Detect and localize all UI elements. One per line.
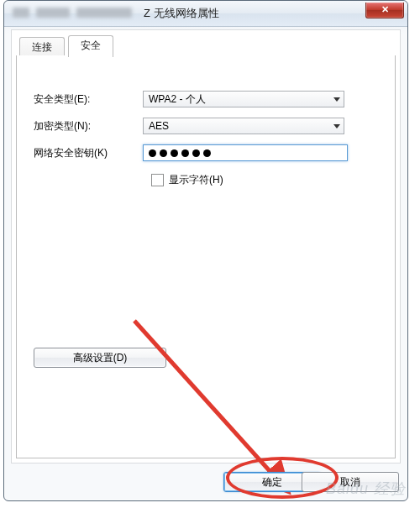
- row-encryption-type: 加密类型(N): AES: [34, 116, 378, 136]
- tab-connect[interactable]: 连接: [19, 37, 65, 56]
- label-show-characters: 显示字符(H): [169, 173, 223, 187]
- title-obscured: [13, 8, 29, 18]
- checkbox-show-characters[interactable]: [151, 174, 164, 186]
- tab-strip: 连接 安全: [16, 35, 396, 56]
- tab-label: 安全: [81, 39, 101, 51]
- label-security-type: 安全类型(E):: [34, 92, 143, 107]
- title-obscured: [36, 8, 70, 18]
- row-network-key: 网络安全密钥(K): [34, 143, 378, 163]
- combo-security-type[interactable]: WPA2 - 个人: [143, 91, 344, 107]
- row-show-characters: 显示字符(H): [151, 170, 378, 190]
- client-area: 连接 安全 安全类型(E): WPA2 - 个人 加密类型(N): AES: [11, 29, 401, 463]
- window-title: Z 无线网络属性: [144, 6, 219, 21]
- tab-security[interactable]: 安全: [68, 35, 113, 57]
- label-network-key: 网络安全密钥(K): [34, 146, 143, 160]
- close-button[interactable]: ✕: [365, 3, 404, 18]
- chevron-down-icon: [333, 97, 340, 102]
- input-network-key[interactable]: [143, 144, 348, 161]
- button-label: 确定: [262, 475, 282, 490]
- advanced-settings-button[interactable]: 高级设置(D): [34, 348, 166, 368]
- close-icon: ✕: [381, 4, 389, 14]
- title-obscured: [76, 8, 132, 18]
- combo-value: AES: [149, 120, 169, 132]
- security-panel: 安全类型(E): WPA2 - 个人 加密类型(N): AES 网络安全密钥(K…: [16, 55, 396, 458]
- title-bar[interactable]: Z 无线网络属性 ✕: [4, 1, 407, 27]
- row-security-type: 安全类型(E): WPA2 - 个人: [34, 89, 378, 109]
- cancel-button[interactable]: 取消: [302, 472, 399, 492]
- combo-encryption-type[interactable]: AES: [143, 118, 344, 134]
- password-mask: [149, 147, 214, 159]
- label-encryption-type: 加密类型(N):: [34, 119, 143, 134]
- dialog-footer: 确定 取消: [11, 469, 401, 494]
- tab-label: 连接: [32, 41, 52, 53]
- chevron-down-icon: [333, 124, 340, 128]
- window-frame: Z 无线网络属性 ✕ 连接 安全 安全类型(E): WPA2 - 个人 加密: [3, 0, 408, 501]
- combo-value: WPA2 - 个人: [149, 92, 206, 107]
- button-label: 高级设置(D): [73, 351, 128, 365]
- svg-line-0: [134, 321, 286, 489]
- button-label: 取消: [340, 475, 360, 490]
